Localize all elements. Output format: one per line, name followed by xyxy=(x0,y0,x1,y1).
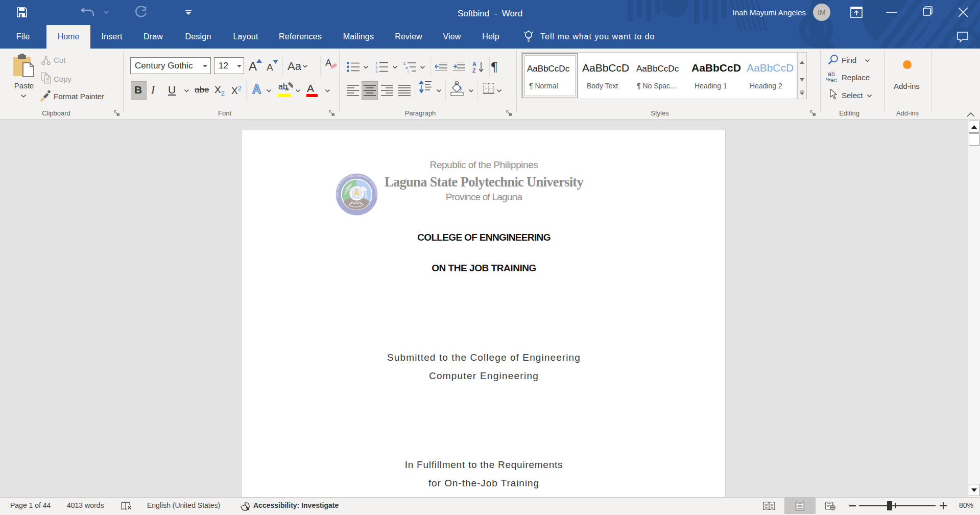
svg-text:A: A xyxy=(472,61,476,67)
svg-text:i: i xyxy=(408,69,409,73)
svg-text:a: a xyxy=(830,77,834,83)
svg-text:c: c xyxy=(834,77,837,83)
svg-text:Z: Z xyxy=(472,67,476,73)
svg-text:3: 3 xyxy=(375,69,378,73)
